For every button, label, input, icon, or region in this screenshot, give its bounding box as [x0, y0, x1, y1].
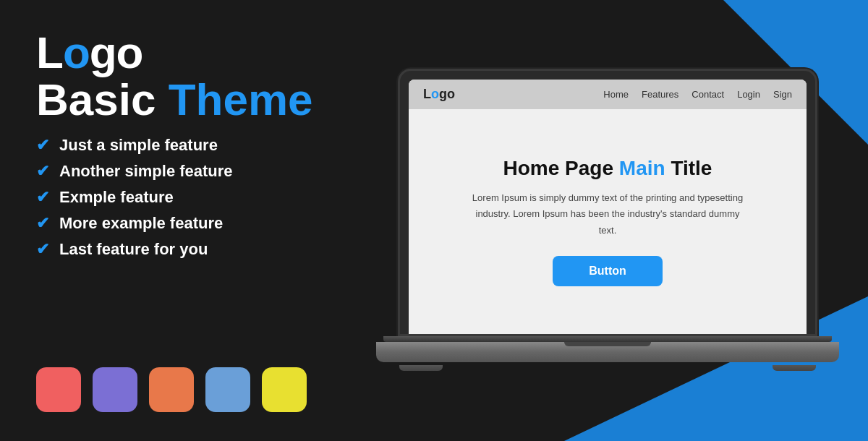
laptop-notch	[564, 342, 651, 346]
mockup-content: Home Page Main Title Lorem Ipsum is simp…	[409, 109, 807, 334]
check-icon: ✔	[36, 136, 49, 155]
logo-title: Logo	[36, 29, 318, 76]
swatch-purple[interactable]	[93, 367, 137, 412]
mockup-navbar: Logo Home Features Contact Login Sign	[409, 80, 807, 109]
nav-link-login[interactable]: Login	[737, 89, 760, 100]
laptop-mockup: Logo Home Features Contact Login Sign Ho…	[376, 69, 839, 380]
features-list: ✔ Just a simple feature ✔ Another simple…	[36, 136, 318, 259]
swatch-orange[interactable]	[149, 367, 194, 412]
check-icon: ✔	[36, 188, 49, 207]
mockup-cta-button[interactable]: Button	[553, 256, 663, 286]
laptop-feet	[399, 365, 816, 371]
check-icon: ✔	[36, 162, 49, 181]
laptop-foot-right	[773, 365, 816, 371]
laptop-bottom	[376, 342, 839, 362]
list-item: ✔ Exmple feature	[36, 188, 318, 207]
mockup-nav-links: Home Features Contact Login Sign	[603, 89, 792, 100]
left-panel: Logo Basic Theme ✔ Just a simple feature…	[0, 0, 354, 441]
swatch-blue[interactable]	[205, 367, 250, 412]
swatch-red[interactable]	[36, 367, 81, 412]
feature-label: Just a simple feature	[59, 136, 218, 155]
subtitle: Basic Theme	[36, 76, 318, 123]
list-item: ✔ Another simple feature	[36, 162, 318, 181]
list-item: ✔ More example feature	[36, 214, 318, 233]
nav-link-contact[interactable]: Contact	[692, 89, 724, 100]
laptop-base	[376, 336, 839, 380]
mockup-description: Lorem Ipsum is simply dummy text of the …	[470, 190, 745, 238]
nav-link-sign[interactable]: Sign	[773, 89, 792, 100]
right-panel: Logo Home Features Contact Login Sign Ho…	[354, 0, 868, 441]
laptop-screen-inner: Logo Home Features Contact Login Sign Ho…	[409, 80, 807, 334]
subtitle-word1: Basic	[36, 74, 169, 124]
check-icon: ✔	[36, 240, 49, 259]
nav-link-home[interactable]: Home	[603, 89, 629, 100]
feature-label: Last feature for you	[59, 240, 208, 259]
mockup-main-title: Home Page Main Title	[503, 157, 712, 180]
color-swatches	[36, 367, 318, 412]
laptop-screen-outer: Logo Home Features Contact Login Sign Ho…	[398, 69, 817, 336]
check-icon: ✔	[36, 214, 49, 233]
feature-label: More example feature	[59, 214, 223, 233]
laptop-foot-left	[399, 365, 443, 371]
list-item: ✔ Last feature for you	[36, 240, 318, 259]
feature-label: Exmple feature	[59, 188, 174, 207]
nav-link-features[interactable]: Features	[642, 89, 678, 100]
mockup-logo: Logo	[423, 87, 455, 102]
list-item: ✔ Just a simple feature	[36, 136, 318, 155]
feature-label: Another simple feature	[59, 162, 233, 181]
laptop-hinge	[383, 336, 832, 342]
subtitle-word2: Theme	[169, 74, 313, 124]
swatch-yellow[interactable]	[262, 367, 307, 412]
